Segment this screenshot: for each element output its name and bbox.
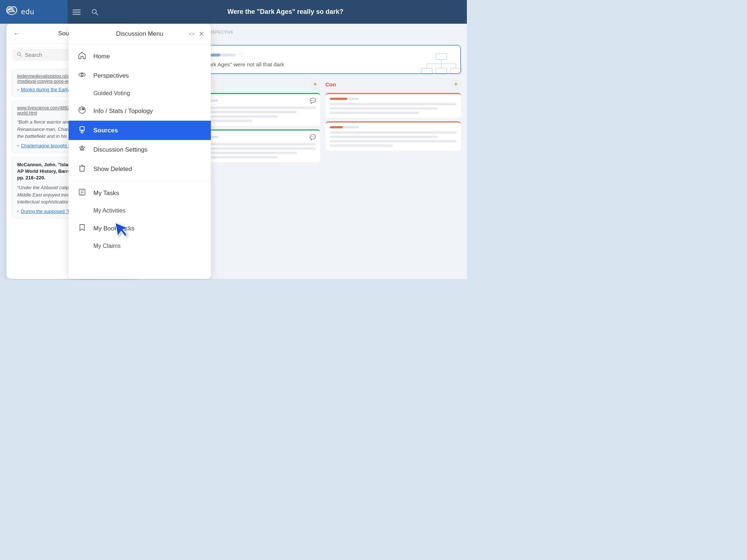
- arg-rating-bar: [330, 126, 359, 128]
- claim-rating-row: ♡: [192, 51, 454, 58]
- menu-item-my-tasks[interactable]: My Tasks: [69, 183, 211, 203]
- discussion-menu-panel: Discussion Menu <> ✕ Home Perspectives: [69, 24, 211, 279]
- svg-rect-26: [421, 68, 432, 74]
- menu-item-my-claims[interactable]: My Claims: [69, 238, 211, 254]
- svg-rect-0: [73, 9, 81, 11]
- arg-line: [330, 112, 419, 114]
- argument-card-con-1: [325, 93, 461, 118]
- menu-label-sources: Sources: [93, 127, 118, 134]
- logo: edu: [0, 0, 67, 24]
- add-con-button[interactable]: +: [451, 79, 461, 89]
- menu-item-show-deleted[interactable]: Show Deleted: [69, 159, 211, 179]
- svg-rect-27: [436, 68, 447, 74]
- svg-rect-2: [73, 14, 81, 15]
- menu-label-discussion-settings: Discussion Settings: [93, 146, 147, 153]
- pros-cons-area: Pros + 💬: [185, 79, 461, 166]
- cons-header: Con +: [325, 79, 461, 89]
- menu-item-info-stats[interactable]: Info / Stats / Topology: [69, 101, 211, 121]
- trash-icon: [77, 164, 87, 174]
- svg-line-4: [96, 13, 98, 15]
- chart-icon: [77, 106, 87, 116]
- code-icon[interactable]: <>: [189, 31, 195, 37]
- menu-item-my-bookmarks[interactable]: My Bookmarks: [69, 219, 211, 238]
- menu-divider: [69, 181, 211, 181]
- menu-title: Discussion Menu: [116, 30, 163, 38]
- arg-top-row: [330, 126, 457, 128]
- menu-item-guided-voting[interactable]: Guided Voting: [69, 85, 211, 101]
- menu-label-show-deleted: Show Deleted: [93, 166, 132, 173]
- svg-rect-28: [450, 68, 461, 74]
- link-icon: ▪: [17, 143, 19, 148]
- menu-header: Discussion Menu <> ✕: [69, 24, 211, 44]
- add-pro-button[interactable]: +: [310, 79, 320, 89]
- menu-item-sources[interactable]: Sources: [69, 121, 211, 140]
- arg-rating-bar: [330, 98, 359, 100]
- arg-line: [330, 103, 457, 105]
- svg-rect-20: [436, 54, 447, 59]
- cons-column: Con +: [325, 79, 461, 166]
- menu-label-home: Home: [93, 53, 110, 60]
- sources-icon: [77, 125, 87, 135]
- logo-icon: [6, 5, 18, 19]
- menu-label-guided-voting: Guided Voting: [93, 90, 130, 97]
- menu-label-info-stats: Info / Stats / Topology: [93, 108, 153, 115]
- back-button[interactable]: ←: [13, 30, 20, 38]
- link-icon: ▪: [17, 209, 19, 214]
- menu-item-discussion-settings[interactable]: Discussion Settings: [69, 140, 211, 159]
- claim-text: The "Dark Ages" were not all that dark: [192, 61, 454, 67]
- menu-label-perspectives: Perspectives: [93, 72, 129, 79]
- svg-point-10: [81, 131, 83, 133]
- page-title: Were the "Dark Ages" really so dark?: [104, 8, 467, 16]
- search-icon: [17, 52, 22, 58]
- arg-line: [330, 107, 438, 110]
- close-button[interactable]: ✕: [199, 30, 204, 38]
- arg-top-row: [330, 98, 457, 100]
- logo-text: edu: [21, 8, 34, 16]
- svg-point-8: [81, 74, 83, 76]
- svg-line-6: [20, 55, 22, 57]
- menu-item-my-activities[interactable]: My Activities: [69, 203, 211, 219]
- argument-card-con-2: [325, 121, 461, 151]
- hamburger-button[interactable]: [67, 0, 86, 24]
- cons-label: Con: [325, 81, 336, 88]
- arg-line: [330, 136, 438, 138]
- link-icon: ▪: [17, 87, 19, 92]
- arg-line: [330, 131, 457, 134]
- menu-items-list: Home Perspectives Guided Voting: [69, 44, 211, 279]
- perspective-bar: PERSPECTIVE All: [179, 24, 467, 45]
- menu-item-home[interactable]: Home: [69, 47, 211, 66]
- arg-lines: [330, 131, 457, 147]
- arg-line: [330, 140, 457, 143]
- menu-label-my-tasks: My Tasks: [93, 190, 119, 197]
- menu-item-perspectives[interactable]: Perspectives: [69, 66, 211, 85]
- svg-rect-13: [80, 166, 84, 171]
- tasks-icon: [77, 188, 87, 198]
- arg-rating-fill: [330, 126, 343, 128]
- main-panel: PERSPECTIVE All ♡ The "Dark Ages" were n…: [179, 24, 467, 279]
- comment-icon[interactable]: 💬: [310, 134, 316, 140]
- search-button[interactable]: [86, 0, 104, 24]
- cursor-pointer: [111, 216, 137, 245]
- home-icon: [77, 51, 87, 61]
- arg-rating-fill: [330, 98, 347, 100]
- heart-icon[interactable]: ♡: [239, 51, 244, 58]
- menu-label-my-activities: My Activities: [93, 207, 125, 214]
- arg-line: [330, 144, 393, 147]
- eye-icon: [77, 71, 87, 81]
- gear-icon: [77, 145, 87, 155]
- org-chart-decoration: [419, 53, 463, 76]
- bookmark-icon: [77, 223, 87, 233]
- arg-lines: [330, 103, 457, 114]
- comment-icon[interactable]: 💬: [310, 98, 316, 104]
- svg-rect-1: [73, 12, 81, 13]
- navbar: edu Were the "Dark Ages" really so dark?: [0, 0, 467, 24]
